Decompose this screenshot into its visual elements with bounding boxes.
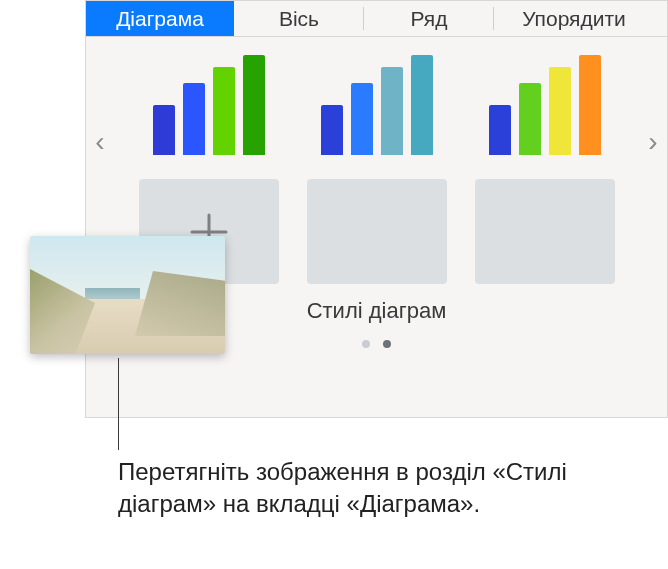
page-dot[interactable]: [383, 340, 391, 348]
chart-bar: [411, 55, 433, 155]
chart-bar: [183, 83, 205, 155]
chart-style-slot[interactable]: [475, 179, 615, 284]
chart-bar: [549, 67, 571, 155]
carousel-prev-button[interactable]: ‹: [90, 127, 110, 157]
tab-series[interactable]: Ряд: [364, 1, 494, 36]
carousel-next-button[interactable]: ›: [643, 127, 663, 157]
tab-axis[interactable]: Вісь: [234, 1, 364, 36]
chart-bar: [321, 105, 343, 155]
tab-bar: Діаграма Вісь Ряд Упорядити: [86, 1, 667, 37]
chart-style-thumb[interactable]: [307, 51, 447, 161]
chart-bar: [243, 55, 265, 155]
chart-bar: [489, 105, 511, 155]
tab-diagram[interactable]: Діаграма: [86, 1, 234, 36]
chart-style-thumbs-row: [116, 51, 637, 161]
callout-connector: [118, 358, 119, 450]
tab-arrange[interactable]: Упорядити: [494, 1, 654, 36]
chart-bar: [153, 105, 175, 155]
chart-bar: [213, 67, 235, 155]
chart-style-slot[interactable]: [307, 179, 447, 284]
format-panel: Діаграма Вісь Ряд Упорядити ‹ › Стилі ді…: [85, 0, 668, 418]
page-dot[interactable]: [362, 340, 370, 348]
chart-bar: [351, 83, 373, 155]
callout-text: Перетягніть зображення в розділ «Стилі д…: [118, 456, 588, 521]
chart-bar: [381, 67, 403, 155]
chart-style-thumb[interactable]: [139, 51, 279, 161]
chart-bar: [579, 55, 601, 155]
chart-bar: [519, 83, 541, 155]
chart-style-thumb[interactable]: [475, 51, 615, 161]
dragged-image-thumbnail[interactable]: [30, 236, 225, 354]
